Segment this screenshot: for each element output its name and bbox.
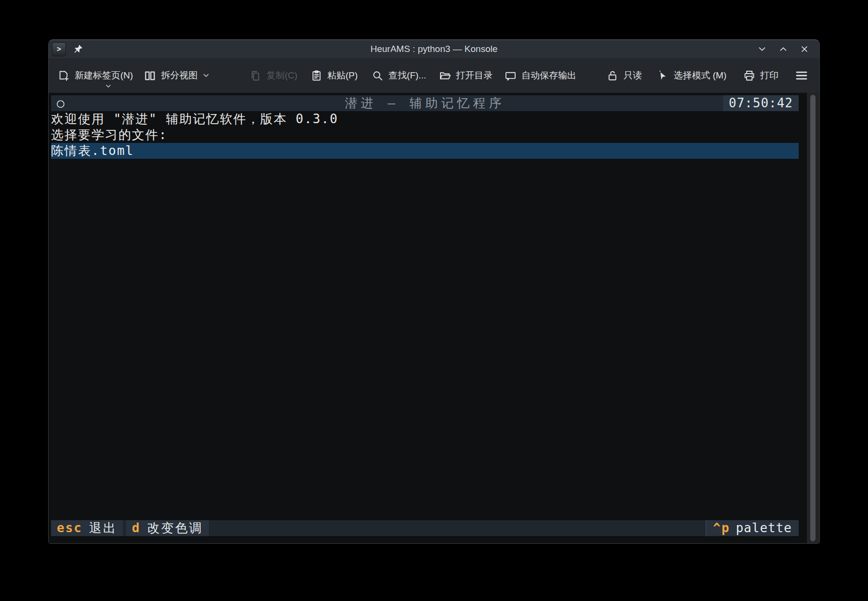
terminal-line-prompt: 选择要学习的文件: — [51, 127, 799, 143]
output-bubble-icon — [504, 69, 517, 82]
main-toolbar: 新建标签页(N) 拆分视图 复制(C) 粘贴(P) — [49, 58, 819, 93]
copy-icon — [249, 69, 262, 82]
split-view-icon — [143, 69, 156, 82]
footer-binding-palette[interactable]: ^p palette — [706, 520, 799, 536]
toolbar-button-select-mode[interactable]: 选择模式 (M) — [656, 69, 726, 82]
footer-binding-theme[interactable]: d 改变色调 — [126, 520, 209, 536]
toolbar-button-read-only[interactable]: 只读 — [606, 69, 642, 82]
folder-open-icon — [439, 69, 452, 82]
toolbar-button-split-view[interactable]: 拆分视图 — [143, 69, 210, 82]
title-bar[interactable]: > HeurAMS : python3 — Konsole — [49, 40, 819, 58]
toolbar-label: 粘贴(P) — [327, 69, 358, 82]
toolbar-button-autosave-output[interactable]: 自动保存输出 — [504, 69, 576, 82]
chevron-down-icon — [202, 71, 210, 80]
toolbar-label: 自动保存输出 — [521, 69, 576, 82]
terminal-line-welcome: 欢迎使用 "潜进" 辅助记忆软件，版本 0.3.0 — [51, 111, 799, 127]
pin-icon — [73, 44, 83, 54]
minimize-button[interactable] — [755, 42, 769, 56]
tui-app-title: 潜进 – 辅助记忆程序 — [51, 95, 799, 111]
konsole-window: > HeurAMS : python3 — Konsole 新建标签页(N) — [48, 39, 820, 544]
scrollbar-thumb[interactable] — [810, 95, 816, 541]
paste-icon — [310, 69, 323, 82]
konsole-app-icon[interactable]: > — [52, 42, 66, 56]
toolbar-label: 新建标签页(N) — [75, 69, 133, 82]
hamburger-menu-icon — [794, 68, 809, 83]
toolbar-label: 只读 — [623, 69, 642, 82]
key-label: 改变色调 — [147, 520, 203, 536]
toolbar-label: 拆分视图 — [161, 69, 197, 82]
file-option-selected[interactable]: 陈情表.toml — [51, 143, 799, 159]
footer-binding-quit[interactable]: esc 退出 — [51, 520, 123, 536]
window-title: HeurAMS : python3 — Konsole — [49, 44, 819, 54]
tui-header: ○ 潜进 – 辅助记忆程序 07:50:42 — [51, 95, 799, 111]
maximize-button[interactable] — [776, 42, 790, 56]
toolbar-label: 打开目录 — [456, 69, 492, 82]
terminal-view[interactable]: ○ 潜进 – 辅助记忆程序 07:50:42 欢迎使用 "潜进" 辅助记忆软件，… — [49, 93, 819, 543]
key-badge: ^p — [713, 520, 730, 536]
search-icon — [371, 69, 384, 82]
key-badge: d — [132, 520, 141, 536]
chevron-down-icon — [104, 84, 112, 89]
key-label: palette — [736, 520, 792, 536]
toolbar-label: 查找(F)... — [389, 69, 426, 82]
tab-new-icon — [57, 69, 70, 82]
toolbar-button-paste[interactable]: 粘贴(P) — [310, 69, 358, 82]
close-button[interactable] — [797, 42, 812, 56]
printer-icon — [743, 69, 756, 82]
toolbar-button-copy: 复制(C) — [249, 69, 297, 82]
tui-clock: 07:50:42 — [723, 95, 799, 111]
lock-open-icon — [606, 69, 619, 82]
scrollbar-track[interactable] — [807, 93, 819, 543]
tui-footer: esc 退出 d 改变色调 ^p palette — [51, 520, 799, 536]
toolbar-button-print[interactable]: 打印 — [743, 69, 778, 82]
toolbar-button-new-tab[interactable]: 新建标签页(N) — [57, 69, 133, 82]
toolbar-label: 复制(C) — [266, 69, 297, 82]
key-badge: esc — [57, 520, 82, 536]
terminal-empty-area — [51, 159, 799, 520]
toolbar-button-open-directory[interactable]: 打开目录 — [439, 69, 492, 82]
cursor-arrow-icon — [656, 69, 669, 82]
key-label: 退出 — [89, 520, 117, 536]
toolbar-label: 打印 — [760, 69, 778, 82]
toolbar-label: 选择模式 (M) — [674, 69, 726, 82]
hamburger-menu-button[interactable] — [794, 68, 809, 83]
toolbar-button-find[interactable]: 查找(F)... — [371, 69, 426, 82]
tui-menu-icon[interactable]: ○ — [51, 95, 65, 111]
